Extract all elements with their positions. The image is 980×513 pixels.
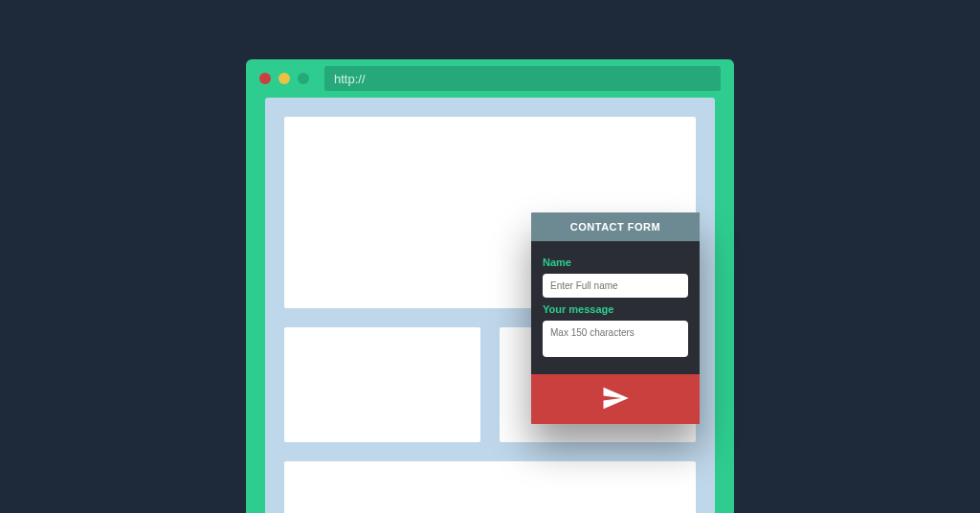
contact-form-title: CONTACT FORM [531, 212, 700, 241]
contact-form-body: Name Your message [531, 241, 700, 374]
name-input[interactable] [543, 274, 688, 298]
window-maximize-icon[interactable] [298, 73, 309, 84]
contact-form-panel: CONTACT FORM Name Your message [531, 212, 700, 424]
browser-titlebar: http:// [246, 59, 734, 98]
name-label: Name [543, 256, 688, 268]
window-minimize-icon[interactable] [278, 73, 290, 84]
send-button[interactable] [531, 374, 700, 424]
address-bar[interactable]: http:// [324, 66, 721, 91]
banner-block [284, 461, 696, 513]
paper-plane-icon [601, 384, 630, 415]
card-block [284, 327, 480, 442]
window-close-icon[interactable] [259, 73, 271, 84]
message-input[interactable] [543, 321, 688, 357]
message-label: Your message [543, 303, 688, 315]
address-text: http:// [334, 72, 366, 86]
